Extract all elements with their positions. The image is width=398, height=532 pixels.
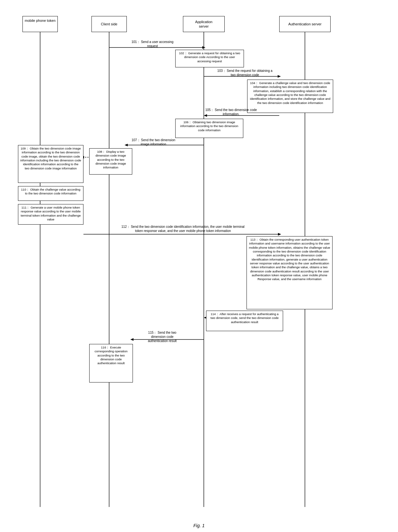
svg-marker-15 [278, 233, 281, 236]
step-112-label: 112： Send the two dimension code identif… [90, 225, 276, 233]
step-107-label: 107： Send the two dimensionimage informa… [118, 138, 189, 146]
diagram-container: mobile phone token Client side Applicati… [0, 0, 398, 520]
step-110: 110： Obtain the challenge value accordin… [18, 186, 83, 201]
actor-client: Client side [91, 16, 127, 32]
step-114: 114： After receives a request for authen… [206, 311, 283, 331]
step-102: 102： Generate a request for obtaining a … [175, 50, 244, 67]
step-103-label: 103： Send the request for obtaining atwo… [208, 69, 282, 77]
step-109: 109： Obtain the two dimension code image… [18, 145, 83, 183]
diagram-svg [0, 0, 398, 520]
step-111: 111： Generate a user mobile phone token … [18, 204, 83, 225]
step-108: 108： Display a two dimension code image … [89, 148, 132, 175]
svg-marker-5 [202, 46, 205, 49]
step-105-label: 105： Send the two dimension codeinformat… [189, 108, 273, 116]
step-106: 106： Obtaining two dimension image infor… [175, 119, 243, 138]
actor-app: Applicationserver [183, 16, 225, 32]
step-115-label: 115： Send the twodimension codeauthentic… [131, 330, 194, 343]
actor-auth: Authentication server [279, 16, 331, 32]
step-113: 113： Obtain the corresponding user authe… [247, 236, 333, 309]
step-101-label: 101： Send a user accessingrequest [116, 40, 189, 48]
step-116: 116： Execute corresponding operation acc… [89, 344, 133, 382]
actor-mobile: mobile phone token [22, 16, 58, 32]
fig-label: Fig. 1 [0, 523, 398, 532]
